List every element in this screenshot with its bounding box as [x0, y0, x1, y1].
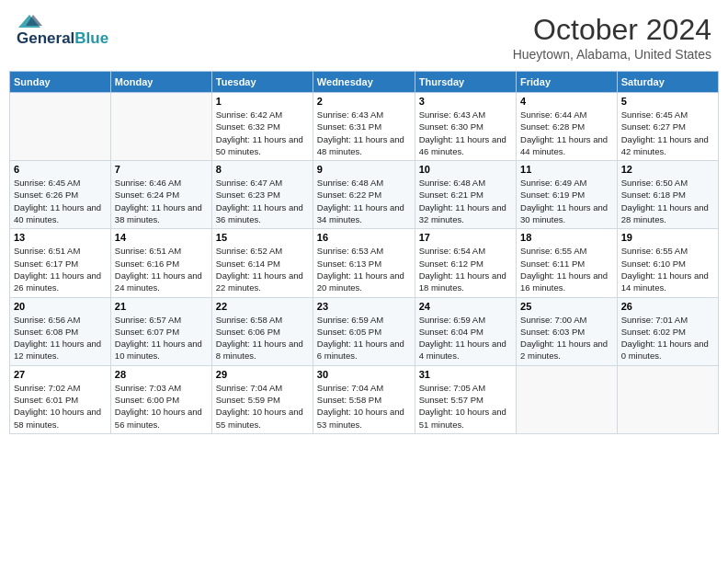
calendar-cell: 6Sunrise: 6:45 AMSunset: 6:26 PMDaylight… [10, 161, 111, 229]
calendar-cell: 21Sunrise: 6:57 AMSunset: 6:07 PMDayligh… [110, 297, 211, 365]
calendar-cell: 5Sunrise: 6:45 AMSunset: 6:27 PMDaylight… [617, 93, 718, 161]
logo-blue-text: Blue [74, 29, 108, 47]
day-number: 8 [216, 164, 309, 175]
day-info: Sunrise: 6:56 AMSunset: 6:08 PMDaylight:… [14, 314, 107, 362]
day-info: Sunrise: 6:59 AMSunset: 6:04 PMDaylight:… [419, 314, 512, 362]
calendar-week-row: 6Sunrise: 6:45 AMSunset: 6:26 PMDaylight… [10, 161, 719, 229]
calendar-cell: 25Sunrise: 7:00 AMSunset: 6:03 PMDayligh… [517, 297, 618, 365]
day-info: Sunrise: 6:44 AMSunset: 6:28 PMDaylight:… [520, 109, 613, 157]
logo: GeneralBlue [17, 13, 108, 48]
day-info: Sunrise: 7:00 AMSunset: 6:03 PMDaylight:… [520, 314, 613, 362]
day-info: Sunrise: 6:54 AMSunset: 6:12 PMDaylight:… [419, 245, 512, 293]
calendar-cell [517, 365, 618, 433]
calendar-cell: 12Sunrise: 6:50 AMSunset: 6:18 PMDayligh… [617, 161, 718, 229]
day-number: 5 [621, 96, 714, 107]
calendar-cell: 31Sunrise: 7:05 AMSunset: 5:57 PMDayligh… [415, 365, 516, 433]
calendar-header-row: SundayMondayTuesdayWednesdayThursdayFrid… [10, 72, 719, 93]
day-info: Sunrise: 6:57 AMSunset: 6:07 PMDaylight:… [115, 314, 208, 362]
day-number: 1 [216, 96, 309, 107]
calendar-cell: 27Sunrise: 7:02 AMSunset: 6:01 PMDayligh… [10, 365, 111, 433]
day-number: 21 [115, 301, 208, 312]
calendar-cell: 26Sunrise: 7:01 AMSunset: 6:02 PMDayligh… [617, 297, 718, 365]
weekday-header: Tuesday [211, 72, 313, 93]
day-number: 19 [621, 232, 714, 243]
day-info: Sunrise: 6:55 AMSunset: 6:10 PMDaylight:… [621, 245, 714, 293]
day-number: 22 [216, 301, 309, 312]
day-info: Sunrise: 6:58 AMSunset: 6:06 PMDaylight:… [216, 314, 309, 362]
calendar-cell: 20Sunrise: 6:56 AMSunset: 6:08 PMDayligh… [10, 297, 111, 365]
weekday-header: Monday [110, 72, 211, 93]
calendar-table: SundayMondayTuesdayWednesdayThursdayFrid… [9, 71, 719, 434]
day-info: Sunrise: 6:50 AMSunset: 6:18 PMDaylight:… [621, 177, 714, 225]
day-number: 9 [317, 164, 411, 175]
day-info: Sunrise: 6:47 AMSunset: 6:23 PMDaylight:… [216, 177, 309, 225]
calendar-cell: 8Sunrise: 6:47 AMSunset: 6:23 PMDaylight… [211, 161, 313, 229]
day-info: Sunrise: 7:05 AMSunset: 5:57 PMDaylight:… [419, 382, 512, 431]
calendar-cell: 10Sunrise: 6:48 AMSunset: 6:21 PMDayligh… [415, 161, 516, 229]
day-number: 15 [216, 232, 309, 243]
calendar-cell: 30Sunrise: 7:04 AMSunset: 5:58 PMDayligh… [313, 365, 415, 433]
calendar-week-row: 20Sunrise: 6:56 AMSunset: 6:08 PMDayligh… [10, 297, 719, 365]
calendar-cell [110, 93, 211, 161]
day-info: Sunrise: 6:45 AMSunset: 6:26 PMDaylight:… [14, 177, 107, 225]
day-number: 14 [115, 232, 208, 243]
calendar-week-row: 1Sunrise: 6:42 AMSunset: 6:32 PMDaylight… [10, 93, 719, 161]
location: Hueytown, Alabama, United States [513, 47, 711, 62]
calendar-cell: 24Sunrise: 6:59 AMSunset: 6:04 PMDayligh… [415, 297, 516, 365]
day-number: 4 [520, 96, 613, 107]
day-number: 10 [419, 164, 512, 175]
calendar-week-row: 27Sunrise: 7:02 AMSunset: 6:01 PMDayligh… [10, 365, 719, 433]
weekday-header: Friday [517, 72, 618, 93]
day-info: Sunrise: 6:51 AMSunset: 6:16 PMDaylight:… [115, 245, 208, 293]
calendar-cell: 9Sunrise: 6:48 AMSunset: 6:22 PMDaylight… [313, 161, 415, 229]
calendar-cell [10, 93, 111, 161]
calendar-cell: 3Sunrise: 6:43 AMSunset: 6:30 PMDaylight… [415, 93, 516, 161]
day-info: Sunrise: 7:02 AMSunset: 6:01 PMDaylight:… [14, 382, 107, 431]
day-number: 7 [115, 164, 208, 175]
day-number: 26 [621, 301, 714, 312]
weekday-header: Thursday [415, 72, 516, 93]
page-header: GeneralBlue October 2024 Hueytown, Alaba… [9, 9, 719, 65]
day-number: 12 [621, 164, 714, 175]
day-info: Sunrise: 6:45 AMSunset: 6:27 PMDaylight:… [621, 109, 714, 157]
calendar-cell: 16Sunrise: 6:53 AMSunset: 6:13 PMDayligh… [313, 229, 415, 297]
day-number: 17 [419, 232, 512, 243]
day-info: Sunrise: 6:59 AMSunset: 6:05 PMDaylight:… [317, 314, 411, 362]
day-number: 16 [317, 232, 411, 243]
day-info: Sunrise: 6:43 AMSunset: 6:31 PMDaylight:… [317, 109, 411, 157]
day-info: Sunrise: 6:53 AMSunset: 6:13 PMDaylight:… [317, 245, 411, 293]
logo-general-text: General [17, 29, 74, 47]
calendar-cell: 13Sunrise: 6:51 AMSunset: 6:17 PMDayligh… [10, 229, 111, 297]
calendar-cell: 22Sunrise: 6:58 AMSunset: 6:06 PMDayligh… [211, 297, 313, 365]
logo-icon [17, 13, 42, 29]
day-number: 18 [520, 232, 613, 243]
day-info: Sunrise: 6:49 AMSunset: 6:19 PMDaylight:… [520, 177, 613, 225]
calendar-cell: 23Sunrise: 6:59 AMSunset: 6:05 PMDayligh… [313, 297, 415, 365]
day-number: 3 [419, 96, 512, 107]
calendar-cell: 7Sunrise: 6:46 AMSunset: 6:24 PMDaylight… [110, 161, 211, 229]
weekday-header: Wednesday [313, 72, 415, 93]
calendar-cell [617, 365, 718, 433]
calendar-cell: 11Sunrise: 6:49 AMSunset: 6:19 PMDayligh… [517, 161, 618, 229]
weekday-header: Sunday [10, 72, 111, 93]
day-number: 20 [14, 301, 107, 312]
day-number: 13 [14, 232, 107, 243]
calendar-cell: 15Sunrise: 6:52 AMSunset: 6:14 PMDayligh… [211, 229, 313, 297]
day-number: 24 [419, 301, 512, 312]
day-number: 11 [520, 164, 613, 175]
calendar-cell: 17Sunrise: 6:54 AMSunset: 6:12 PMDayligh… [415, 229, 516, 297]
weekday-header: Saturday [617, 72, 718, 93]
day-number: 2 [317, 96, 411, 107]
day-number: 31 [419, 369, 512, 380]
calendar-cell: 2Sunrise: 6:43 AMSunset: 6:31 PMDaylight… [313, 93, 415, 161]
day-info: Sunrise: 7:03 AMSunset: 6:00 PMDaylight:… [115, 382, 208, 431]
calendar-cell: 29Sunrise: 7:04 AMSunset: 5:59 PMDayligh… [211, 365, 313, 433]
title-section: October 2024 Hueytown, Alabama, United S… [513, 13, 711, 62]
day-info: Sunrise: 6:43 AMSunset: 6:30 PMDaylight:… [419, 109, 512, 157]
day-info: Sunrise: 6:42 AMSunset: 6:32 PMDaylight:… [216, 109, 309, 157]
day-info: Sunrise: 6:48 AMSunset: 6:21 PMDaylight:… [419, 177, 512, 225]
day-info: Sunrise: 7:04 AMSunset: 5:59 PMDaylight:… [216, 382, 309, 431]
calendar-cell: 19Sunrise: 6:55 AMSunset: 6:10 PMDayligh… [617, 229, 718, 297]
day-info: Sunrise: 6:52 AMSunset: 6:14 PMDaylight:… [216, 245, 309, 293]
day-number: 29 [216, 369, 309, 380]
